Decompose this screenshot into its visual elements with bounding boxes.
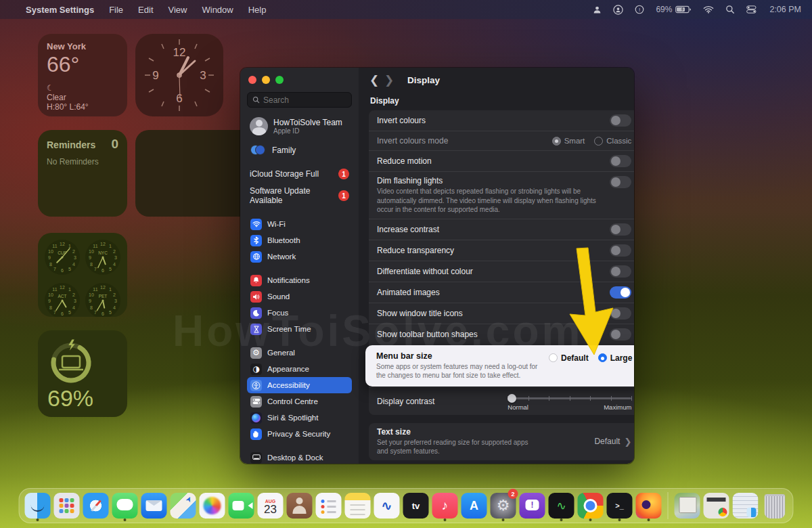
dock-item-reminders[interactable] — [316, 490, 342, 521]
dock-item-launchpad[interactable] — [54, 490, 80, 521]
menu-window[interactable]: Window — [202, 5, 233, 15]
dock-item-minwin2[interactable] — [704, 490, 729, 521]
reminders-icon[interactable] — [316, 493, 342, 519]
activity-icon[interactable]: ∿ — [549, 493, 574, 519]
battery-status[interactable]: 69% — [656, 5, 692, 14]
reduce-transparency-toggle[interactable] — [610, 244, 631, 257]
radio-icon[interactable] — [594, 137, 603, 146]
user-switcher-icon[interactable] — [613, 5, 623, 15]
reduce-motion-toggle[interactable] — [610, 155, 631, 167]
weather-widget[interactable]: New York 66° ☾ Clear H:80° L:64° — [38, 34, 127, 116]
dock-item-finder[interactable] — [25, 490, 51, 521]
text-size-row[interactable]: Text size Set your preferred reading siz… — [369, 423, 634, 460]
menu-bar-size-option-default[interactable]: Default — [549, 353, 589, 363]
show-window-title-icons-toggle[interactable] — [610, 307, 631, 320]
back-button[interactable]: ❮ — [369, 73, 384, 87]
sidebar-item-wifi[interactable]: Wi-Fi — [247, 216, 352, 232]
minwin1-icon[interactable] — [675, 493, 700, 519]
dock-item-music[interactable]: ♪ — [432, 490, 458, 521]
dock-item-freeform[interactable]: ∿ — [374, 490, 400, 521]
minwin3-icon[interactable] — [733, 493, 759, 519]
slider-knob[interactable] — [508, 394, 516, 403]
dock-item-chrome[interactable] — [578, 490, 604, 521]
sidebar-item-appearance[interactable]: ◑Appearance — [247, 361, 352, 377]
terminal-icon[interactable]: >_ — [607, 493, 633, 519]
sidebar-item-general[interactable]: ⚙General — [247, 345, 352, 361]
sidebar-search[interactable] — [247, 92, 352, 108]
menu-help[interactable]: Help — [248, 5, 267, 15]
contacts-icon[interactable] — [287, 493, 313, 519]
user-icon[interactable] — [593, 5, 602, 14]
radio-icon[interactable] — [549, 353, 558, 362]
chevron-right-icon[interactable]: ❯ — [624, 437, 631, 447]
appstore-icon[interactable]: A — [461, 493, 487, 519]
finder-icon[interactable] — [25, 493, 51, 519]
zoom-button[interactable] — [275, 76, 284, 84]
wifi-icon[interactable] — [703, 5, 714, 14]
launchpad-icon[interactable] — [54, 493, 80, 519]
dock-item-notes[interactable] — [345, 490, 371, 521]
sidebar-item-bluetooth[interactable]: Bluetooth — [247, 232, 352, 248]
dock-item-appstore[interactable]: A — [461, 490, 487, 521]
forward-button[interactable]: ❯ — [384, 73, 399, 87]
dock-item-photos[interactable] — [200, 490, 225, 521]
family-row[interactable]: Family — [247, 141, 352, 165]
dock-item-calendar[interactable]: AUG 23 — [258, 490, 284, 521]
dock-item-contacts[interactable] — [287, 490, 313, 521]
menu-file[interactable]: File — [109, 5, 123, 15]
music-icon[interactable]: ♪ — [432, 493, 458, 519]
apple-id-row[interactable]: HowToiSolve Team Apple ID — [247, 116, 352, 141]
dock-item-messages[interactable] — [112, 490, 138, 521]
minwin2-icon[interactable] — [704, 493, 729, 519]
sidebar-item-network[interactable]: Network — [247, 248, 352, 265]
menu-view[interactable]: View — [168, 5, 187, 15]
info-status-icon[interactable]: ! — [635, 5, 644, 14]
dock-item-safari[interactable] — [83, 490, 109, 521]
chrome-icon[interactable] — [578, 493, 604, 519]
search-input[interactable] — [263, 95, 338, 105]
search-icon[interactable] — [725, 5, 735, 14]
sidebar-item-screen-time[interactable]: Screen Time — [247, 321, 352, 337]
alert-software-update-available[interactable]: Software Update Available 1 — [247, 183, 352, 208]
invert-colours-toggle[interactable] — [610, 114, 631, 127]
safari-icon[interactable] — [83, 493, 109, 519]
freeform-icon[interactable]: ∿ — [374, 493, 400, 519]
dock-item-maps[interactable] — [171, 490, 196, 521]
control-center-icon[interactable] — [746, 5, 757, 14]
dock-item-trash[interactable] — [762, 490, 788, 521]
dock-item-minwin1[interactable] — [675, 490, 700, 521]
dock-item-terminal[interactable]: >_ — [607, 490, 633, 521]
feedback-icon[interactable] — [520, 493, 545, 519]
sidebar-item-desktop-dock[interactable]: Desktop & Dock — [247, 449, 352, 464]
invert-colours-mode-option-smart[interactable]: Smart — [552, 137, 585, 146]
menu-bar-size-option-large[interactable]: Large — [598, 353, 633, 363]
analog-clock-widget[interactable]: 12 3 6 9 — [135, 34, 223, 116]
show-toolbar-button-shapes-toggle[interactable] — [610, 328, 631, 340]
mail-icon[interactable] — [141, 493, 167, 519]
clock-text[interactable]: 2:06 PM — [769, 5, 801, 14]
facetime-icon[interactable] — [229, 493, 254, 519]
radio-icon[interactable] — [598, 353, 607, 362]
sidebar-item-notifications[interactable]: Notifications — [247, 272, 352, 288]
display-contrast-slider[interactable]: Normal Maximum — [508, 392, 631, 411]
sidebar-item-sound[interactable]: Sound — [247, 288, 352, 305]
dock-item-feedback[interactable] — [520, 490, 545, 521]
photos-icon[interactable] — [200, 493, 225, 519]
world-clocks-widget[interactable]: 12369 1245 781011 CUP 12369 1245 781011 … — [38, 233, 127, 317]
messages-icon[interactable] — [112, 493, 138, 519]
dock-item-settings-app[interactable]: ⚙2 — [491, 490, 516, 521]
trash-icon[interactable] — [764, 494, 785, 519]
dock-item-firefox[interactable] — [636, 490, 662, 521]
sidebar-item-focus[interactable]: Focus — [247, 305, 352, 321]
sidebar-item-accessibility[interactable]: Accessibility — [247, 377, 352, 393]
increase-contrast-toggle[interactable] — [610, 223, 631, 236]
dim-flashing-lights-toggle[interactable] — [610, 176, 631, 188]
sidebar-item-siri[interactable]: Siri & Spotlight — [247, 410, 352, 426]
dock-item-activity[interactable]: ∿ — [549, 490, 574, 521]
alert-icloud-storage-full[interactable]: iCloud Storage Full 1 — [247, 165, 352, 183]
animated-images-toggle[interactable] — [610, 286, 631, 299]
battery-widget[interactable]: 69% — [38, 330, 127, 417]
reminders-widget[interactable]: Reminders 0 No Reminders — [38, 130, 127, 217]
dock-item-minwin3[interactable] — [733, 490, 759, 521]
calendar-icon[interactable]: AUG 23 — [258, 493, 284, 519]
